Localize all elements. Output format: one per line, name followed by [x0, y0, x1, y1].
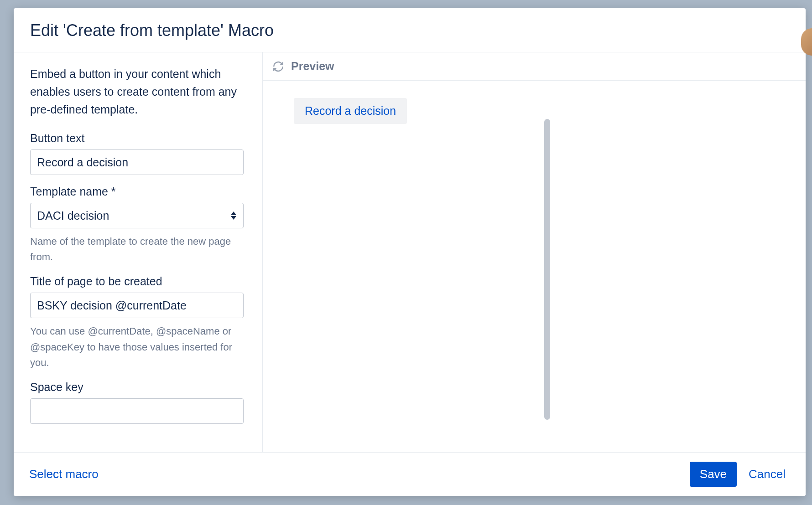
cancel-button[interactable]: Cancel	[744, 462, 790, 487]
modal-footer: Select macro Save Cancel	[14, 452, 806, 496]
preview-header: Preview	[263, 52, 806, 81]
preview-record-button[interactable]: Record a decision	[294, 98, 407, 124]
button-text-field: Button text	[30, 132, 245, 175]
preview-panel: Preview Record a decision	[262, 52, 806, 452]
template-name-select[interactable]: DACI decision	[30, 203, 244, 228]
preview-title: Preview	[291, 60, 334, 73]
space-key-input[interactable]	[30, 398, 244, 424]
form-panel: Embed a button in your content which ena…	[14, 52, 262, 452]
scrollbar-thumb[interactable]	[544, 119, 550, 420]
template-name-select-wrapper: DACI decision	[30, 203, 244, 228]
space-key-label: Space key	[30, 381, 245, 394]
form-description: Embed a button in your content which ena…	[30, 65, 245, 118]
page-title-label: Title of page to be created	[30, 275, 245, 288]
macro-edit-modal: Edit 'Create from template' Macro Embed …	[14, 8, 806, 496]
space-key-field: Space key	[30, 381, 245, 424]
preview-content: Record a decision	[263, 81, 806, 452]
template-name-hint: Name of the template to create the new p…	[30, 234, 244, 265]
page-title-field: Title of page to be created You can use …	[30, 275, 245, 370]
modal-title: Edit 'Create from template' Macro	[30, 21, 789, 40]
template-name-field: Template name * DACI decision Name of th…	[30, 185, 245, 265]
select-macro-link[interactable]: Select macro	[29, 467, 99, 481]
page-title-hint: You can use @currentDate, @spaceName or …	[30, 324, 244, 370]
button-text-input[interactable]	[30, 149, 244, 175]
refresh-icon[interactable]	[272, 60, 285, 73]
footer-actions: Save Cancel	[690, 462, 790, 487]
button-text-label: Button text	[30, 132, 245, 145]
template-name-label: Template name *	[30, 185, 245, 198]
page-title-input[interactable]	[30, 293, 244, 318]
modal-header: Edit 'Create from template' Macro	[14, 8, 806, 52]
modal-body: Embed a button in your content which ena…	[14, 52, 806, 452]
save-button[interactable]: Save	[690, 462, 737, 487]
